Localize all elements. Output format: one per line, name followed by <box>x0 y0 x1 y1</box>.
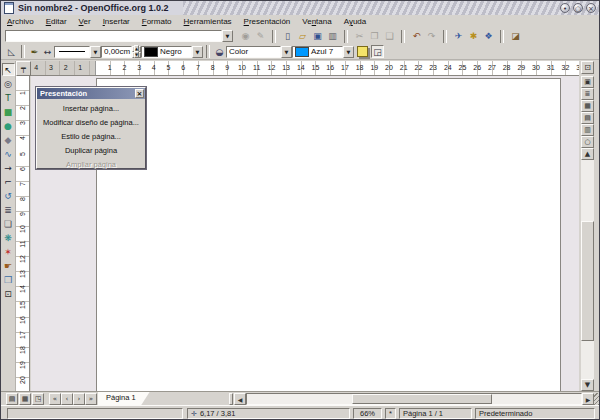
menu-ayuda[interactable]: Ayuda <box>338 16 373 27</box>
fill-color-dropdown-button[interactable]: ▼ <box>343 46 354 58</box>
slide-page[interactable] <box>96 78 561 391</box>
fill-style-dropdown-button[interactable]: ▼ <box>281 46 292 58</box>
horizontal-scrollbar[interactable] <box>246 393 582 405</box>
horizontal-scroll-thumb[interactable] <box>352 394 492 404</box>
redo-button[interactable]: ↷ <box>425 30 438 43</box>
start-show-button[interactable]: ○ <box>581 136 594 148</box>
effects-tool-button[interactable]: ❋ <box>2 231 15 244</box>
previous-page-button[interactable]: ‹ <box>61 393 73 405</box>
text-tool-button[interactable]: T <box>2 91 15 104</box>
menu-ver[interactable]: Ver <box>73 16 97 27</box>
save-document-button[interactable]: ▣ <box>311 30 324 43</box>
page-tab[interactable]: Página 1 <box>98 392 150 406</box>
alignment-tool-button[interactable]: ≣ <box>2 203 15 216</box>
last-page-button[interactable]: » <box>85 393 97 405</box>
connector-tool-button[interactable]: ⌐ <box>2 175 15 188</box>
tab-area-splitter[interactable] <box>229 393 233 405</box>
ruler-origin-button[interactable]: ┯ <box>16 61 31 76</box>
stylist-button[interactable]: ✱ <box>467 30 480 43</box>
url-dropdown-button[interactable]: ▼ <box>222 30 233 42</box>
line-style-value[interactable] <box>54 46 90 58</box>
lines-arrows-tool-button[interactable]: → <box>2 161 15 174</box>
line-width-input[interactable]: 0,00cm <box>101 46 132 58</box>
presentation-panel-close-button[interactable]: × <box>135 89 144 98</box>
notes-view-button[interactable]: ▤ <box>581 112 594 124</box>
line-color-dropdown-button[interactable]: ▼ <box>192 46 203 58</box>
curve-tool-button[interactable]: ∿ <box>2 147 15 160</box>
start-presentation-tool-button[interactable]: ⊡ <box>2 287 15 300</box>
spin-down-button[interactable]: ▼ <box>132 52 141 58</box>
ruler-end-button[interactable]: ⊡ <box>581 61 594 74</box>
3d-objects-tool-button[interactable]: ◆ <box>2 133 15 146</box>
animation-effects-tool-button[interactable]: ✶ <box>2 245 15 258</box>
navigator-button[interactable]: ✈ <box>452 30 465 43</box>
next-page-button[interactable]: › <box>73 393 85 405</box>
menu-insertar[interactable]: Insertar <box>97 16 136 27</box>
duplicate-page-command[interactable]: Duplicar página <box>37 144 145 158</box>
drawing-view-button[interactable]: ▣ <box>581 76 594 88</box>
gallery-button[interactable]: ◪ <box>509 30 522 43</box>
status-zoom-panel[interactable]: 66% <box>353 408 382 419</box>
rectangle-tool-button[interactable]: ■ <box>2 105 15 118</box>
open-document-button[interactable]: ▱ <box>296 30 309 43</box>
minimize-button[interactable]: • <box>560 3 570 13</box>
select-tool-button[interactable]: ↖ <box>2 63 15 76</box>
3d-controller-tool-button[interactable]: ❒ <box>2 273 15 286</box>
scroll-right-button[interactable]: ▶ <box>582 393 594 405</box>
page-mode-button[interactable]: ▤ <box>6 393 18 405</box>
hyperlink-button[interactable]: ❖ <box>482 30 495 43</box>
menu-archivo[interactable]: Archivo <box>1 16 40 27</box>
outline-view-button[interactable]: ≣ <box>581 88 594 100</box>
scroll-up-button[interactable]: ▲ <box>581 148 594 160</box>
master-page-mode-button[interactable]: ▦ <box>19 393 31 405</box>
slides-view-button[interactable]: ▦ <box>581 100 594 112</box>
menu-ventana[interactable]: Ventana <box>296 16 337 27</box>
fill-color-value[interactable]: Azul 7 <box>292 46 343 58</box>
edit-file-button[interactable]: ✎ <box>254 30 267 43</box>
new-document-button[interactable]: ▯ <box>281 30 294 43</box>
menu-presentacion[interactable]: Presentación <box>238 16 297 27</box>
scroll-left-button[interactable]: ◀ <box>234 393 246 405</box>
print-document-button[interactable]: ▥ <box>326 30 339 43</box>
zoom-tool-button[interactable]: ◎ <box>2 77 15 90</box>
preview-toggle-button[interactable]: ◲ <box>371 45 384 58</box>
status-position-panel[interactable]: ✛ 6,17 / 3,81 <box>187 408 350 419</box>
shadow-button[interactable] <box>357 46 368 57</box>
fill-button[interactable]: ◒ <box>213 45 226 58</box>
arrow-ends-button[interactable]: ↔ <box>41 45 54 58</box>
cut-button[interactable]: ✂ <box>353 30 366 43</box>
line-color-value[interactable]: Negro <box>141 46 192 58</box>
expand-page-command[interactable]: Ampliar página <box>37 158 145 172</box>
insert-page-command[interactable]: Insertar página... <box>37 102 145 116</box>
status-style-panel[interactable]: Predeterminado <box>475 408 595 419</box>
interaction-tool-button[interactable]: ☛ <box>2 259 15 272</box>
vertical-scrollbar[interactable]: ▣≣▦▤▥○ ▲ ▼ <box>581 76 594 391</box>
horizontal-ruler[interactable]: 4321 12345678910111213141516171819202122… <box>31 61 579 76</box>
rotate-tool-button[interactable]: ↺ <box>2 189 15 202</box>
title-bar[interactable]: Sin nombre2 - OpenOffice.org 1.0.2 • ○ × <box>1 1 599 15</box>
fill-style-value[interactable]: Color <box>226 46 281 58</box>
copy-button[interactable]: ❐ <box>368 30 381 43</box>
menu-formato[interactable]: Formato <box>136 16 178 27</box>
maximize-button[interactable]: ○ <box>573 3 583 13</box>
undo-button[interactable]: ↶ <box>410 30 423 43</box>
window-resize-grip[interactable] <box>594 393 600 405</box>
vertical-ruler[interactable]: 123456789101112131415161718192021 <box>16 76 30 391</box>
arrange-tool-button[interactable]: ❏ <box>2 217 15 230</box>
menu-herramientas[interactable]: Herramientas <box>178 16 238 27</box>
layer-mode-button[interactable]: ◳ <box>32 393 44 405</box>
edit-points-button[interactable]: ◺ <box>5 45 18 58</box>
menu-editar[interactable]: Editar <box>40 16 73 27</box>
line-pen-button[interactable]: ✒ <box>28 45 41 58</box>
ellipse-tool-button[interactable]: ● <box>2 119 15 132</box>
vertical-scroll-thumb[interactable] <box>581 221 594 341</box>
modify-page-layout-command[interactable]: Modificar diseño de página... <box>37 116 145 130</box>
scroll-down-button[interactable]: ▼ <box>581 379 594 391</box>
status-page-panel[interactable]: Página 1 / 1 <box>399 408 472 419</box>
page-style-command[interactable]: Estilo de página... <box>37 130 145 144</box>
line-style-dropdown-button[interactable]: ▼ <box>90 46 101 58</box>
first-page-button[interactable]: « <box>49 393 61 405</box>
paste-button[interactable]: ❑ <box>383 30 396 43</box>
url-input[interactable] <box>5 30 222 42</box>
handout-view-button[interactable]: ▥ <box>581 124 594 136</box>
